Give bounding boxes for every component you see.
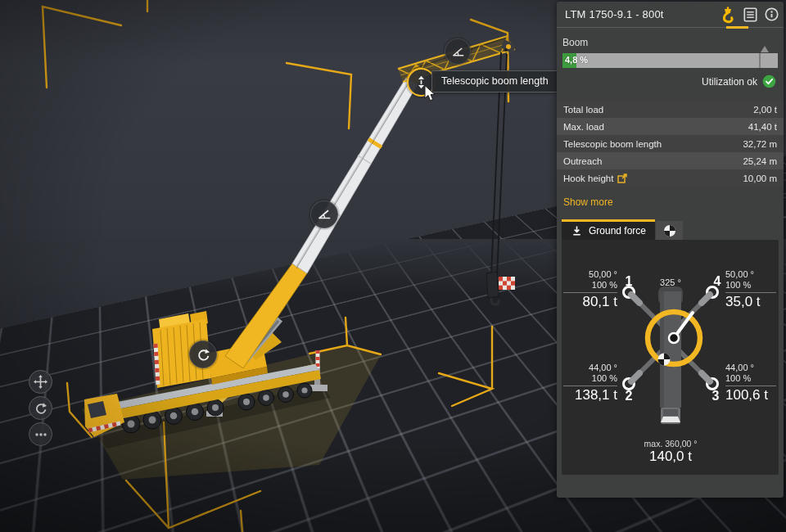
tab-label: Ground force [589,225,646,237]
row-label: Max. load [563,122,604,132]
outrigger-info-4: 50,00 ° 100 % 35,0 t [725,269,776,310]
outrigger-extension: 100 % [563,280,617,291]
show-more-link[interactable]: Show more [563,196,777,208]
outrigger-number: 1 [622,274,635,289]
active-tab-underline [726,26,748,29]
outrigger-force: 35,0 t [725,294,776,310]
ground-force-diagram: 50,00 ° 100 % 80,1 t 1 50,00 ° 100 % 35,… [562,240,779,475]
outrigger-angle: 50,00 ° [725,269,776,280]
check-circle-icon [762,74,776,88]
utilization-bar: 4,8 % [562,53,778,68]
row-value: 2,00 t [753,105,777,115]
info-icon[interactable] [765,7,779,21]
outrigger-info-2: 44,00 ° 100 % 138,1 t [563,363,617,404]
outrigger-number: 2 [622,389,635,404]
angle-icon [317,207,332,222]
row-label: Telescopic boom length [563,139,662,149]
outrigger-extension: 100 % [725,280,776,291]
crane-planner-app: Telescopic boom length [0,0,786,532]
boom-utilization-section: Boom 4,8 % [562,37,778,68]
row-value: 25,24 m [743,156,777,166]
row-value: 32,72 m [743,139,777,149]
ellipsis-icon [34,427,48,442]
utilization-value: 4,8 % [565,55,588,65]
crane-info-panel: LTM 1750-9.1 - 800t [557,2,784,498]
center-of-gravity-marker [658,354,671,366]
row-label: Outreach [563,156,602,166]
hook-icon[interactable] [720,6,736,24]
outrigger-info-3: 44,00 ° 100 % 100,6 t [725,363,776,404]
row-label: Hook height [563,174,613,183]
outrigger-extension: 100 % [725,373,776,384]
tab-ground-force[interactable]: Ground force [562,219,655,240]
boom-label: Boom [562,37,778,48]
outrigger-extension: 100 % [563,373,617,384]
outrigger-number: 4 [711,274,724,289]
result-tabs: Ground force [562,219,784,240]
more-options-button[interactable] [29,422,52,446]
rotate-superstructure-button[interactable] [189,340,217,368]
rotate-view-button[interactable] [29,396,52,420]
outrigger-force: 100,6 t [725,387,776,404]
outrigger-force: 138,1 t [563,387,617,404]
carrier-cab-top-view [661,408,680,424]
center-of-gravity-icon [663,224,676,237]
outrigger-angle: 44,00 ° [563,363,617,373]
rotate-icon [196,348,210,362]
tab-center-of-gravity[interactable] [656,221,683,240]
divider [725,292,776,293]
divider [563,385,617,386]
tooltip: Telescopic boom length [431,70,558,92]
outrigger-angle: 50,00 ° [563,269,617,280]
move-icon [34,375,47,389]
row-value: 10,00 m [743,174,777,183]
load-details-table: Total load 2,00 t Max. load 41,40 t Tele… [557,101,784,187]
max-angle-label: max. 360,00 ° [615,439,726,449]
mouse-cursor [424,85,436,102]
row-value: 41,40 t [748,122,777,132]
max-force-value: 140,0 t [615,449,726,465]
jib-angle-button[interactable] [445,38,471,65]
hook-block[interactable] [486,272,515,304]
divider [563,292,617,293]
rotation-center [669,333,679,343]
outrigger-number: 3 [709,389,722,404]
outrigger-info-1: 50,00 ° 100 % 80,1 t [563,269,617,310]
outrigger-angle: 44,00 ° [725,363,776,373]
pan-view-button[interactable] [29,370,52,394]
load-chart-icon[interactable] [743,7,757,22]
utilization-limit-notch [759,53,761,68]
rotate-icon [34,402,47,415]
utilization-status: Utilization ok [564,74,776,88]
row-label: Total load [563,105,603,115]
crane-title: LTM 1750-9.1 - 800t [565,8,664,20]
max-ground-force: max. 360,00 ° 140,0 t [615,439,726,465]
table-row: Outreach 25,24 m [557,152,784,169]
table-row: Max. load 41,40 t [557,118,784,135]
outrigger-force: 80,1 t [563,294,617,310]
utilization-limit-marker [761,46,769,52]
boom-angle-button[interactable] [310,201,338,228]
hook-icon [491,298,499,304]
panel-header: LTM 1750-9.1 - 800t [557,2,784,28]
external-link-icon[interactable] [617,174,627,183]
download-arrow-icon [571,225,583,237]
table-row: Telescopic boom length 32,72 m [557,135,784,152]
angle-icon [451,45,465,59]
divider [725,385,776,386]
table-row: Hook height 10,00 m [557,169,784,187]
utilization-status-text: Utilization ok [702,76,757,88]
slewing-angle-label: 325 ° [646,274,695,289]
table-row: Total load 2,00 t [557,101,784,118]
